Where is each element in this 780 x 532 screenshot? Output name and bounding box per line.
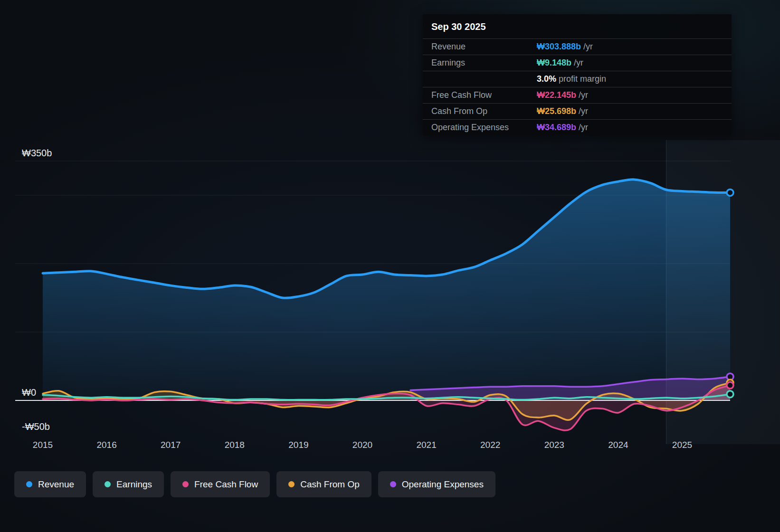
tooltip-value: ₩34.689b — [537, 123, 576, 133]
legend-dot-earnings — [105, 481, 111, 487]
tooltip-row-profit-margin: 3.0% profit margin — [423, 71, 732, 87]
legend-item-earnings[interactable]: Earnings — [93, 471, 164, 497]
x-axis-label: 2016 — [96, 440, 116, 450]
tooltip-suffix: /yr — [579, 106, 588, 116]
x-axis-label: 2024 — [608, 440, 628, 450]
tooltip-value: ₩25.698b — [537, 106, 576, 116]
x-axis-label: 2019 — [288, 440, 308, 450]
x-axis-label: 2020 — [352, 440, 372, 450]
chart-legend: Revenue Earnings Free Cash Flow Cash Fro… — [14, 471, 495, 497]
legend-label: Earnings — [116, 479, 152, 490]
tooltip-suffix: /yr — [583, 42, 593, 52]
x-axis-label: 2018 — [225, 440, 245, 450]
tooltip-row-earnings: Earnings ₩9.148b /yr — [423, 55, 732, 71]
legend-dot-cash-from-op — [288, 481, 295, 487]
series-marker-earnings — [727, 391, 733, 398]
legend-dot-revenue — [26, 481, 32, 487]
legend-item-cash-from-op[interactable]: Cash From Op — [276, 471, 371, 497]
x-axis-label: 2021 — [416, 440, 436, 450]
x-axis-label: 2015 — [33, 440, 53, 450]
legend-dot-operating-expenses — [390, 481, 396, 487]
series-marker-free-cash-flow — [727, 382, 733, 389]
x-axis-label: 2023 — [544, 440, 564, 450]
tooltip-label: Cash From Op — [431, 106, 537, 116]
x-axis-label: 2017 — [161, 440, 181, 450]
legend-label: Free Cash Flow — [194, 479, 258, 490]
tooltip-row-free-cash-flow: Free Cash Flow ₩22.145b /yr — [423, 87, 732, 104]
tooltip-suffix: profit margin — [559, 74, 606, 84]
tooltip-row-cash-from-op: Cash From Op ₩25.698b /yr — [423, 104, 732, 120]
tooltip-label: Free Cash Flow — [431, 90, 537, 100]
tooltip-row-operating-expenses: Operating Expenses ₩34.689b /yr — [423, 120, 732, 135]
tooltip-label: Operating Expenses — [431, 123, 537, 133]
tooltip-value: ₩303.888b — [537, 42, 581, 52]
tooltip-value: 3.0% — [537, 74, 556, 84]
tooltip-row-revenue: Revenue ₩303.888b /yr — [423, 39, 732, 55]
chart-canvas[interactable]: 2015201620172018201920202021202220232024… — [0, 140, 780, 454]
x-axis-label: 2025 — [672, 440, 692, 450]
legend-label: Revenue — [38, 479, 74, 490]
tooltip-label: Earnings — [431, 58, 537, 68]
data-tooltip: Sep 30 2025 Revenue ₩303.888b /yr Earnin… — [423, 14, 732, 135]
legend-label: Cash From Op — [300, 479, 360, 490]
tooltip-label: Revenue — [431, 42, 537, 52]
legend-dot-free-cash-flow — [182, 481, 189, 487]
legend-label: Operating Expenses — [402, 479, 484, 490]
tooltip-value: ₩9.148b — [537, 58, 571, 68]
y-axis-label: ₩350b — [22, 148, 52, 158]
series-marker-revenue — [727, 189, 733, 196]
tooltip-suffix: /yr — [579, 90, 588, 100]
y-axis-label: -₩50b — [22, 421, 50, 432]
x-axis-label: 2022 — [480, 440, 500, 450]
legend-item-free-cash-flow[interactable]: Free Cash Flow — [171, 471, 270, 497]
series-area-revenue — [43, 180, 730, 400]
y-axis-label: ₩0 — [22, 387, 36, 398]
legend-item-revenue[interactable]: Revenue — [14, 471, 86, 497]
tooltip-suffix: /yr — [574, 58, 583, 68]
tooltip-value: ₩22.145b — [537, 90, 576, 100]
tooltip-suffix: /yr — [579, 123, 588, 133]
tooltip-date: Sep 30 2025 — [423, 14, 732, 39]
legend-item-operating-expenses[interactable]: Operating Expenses — [378, 471, 495, 497]
